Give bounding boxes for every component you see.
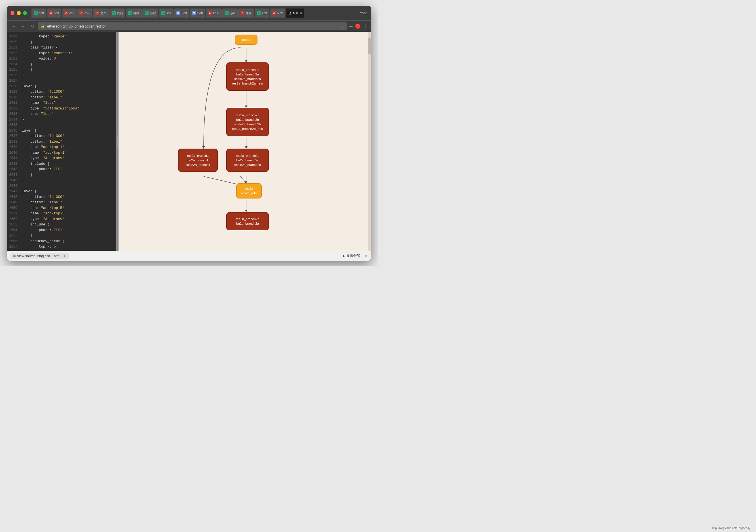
download-icon: ⬇ bbox=[342, 254, 345, 258]
line-num-2644: 2644 bbox=[7, 173, 17, 178]
line-num-2649: 2649 bbox=[7, 200, 17, 206]
tab-neural[interactable]: 🐾 神经 bbox=[126, 9, 142, 17]
code-line-2626: } bbox=[22, 73, 114, 79]
pane-divider[interactable] bbox=[116, 32, 119, 251]
tab-mine[interactable]: 🐾 我的 bbox=[109, 9, 125, 17]
code-line-2631: name: "loss" bbox=[22, 100, 114, 106]
node-res2b-branch2a[interactable]: res2b_branch2a bn2b_branch2a bbox=[226, 212, 269, 230]
tab-softpaw[interactable]: 🐾 soft bbox=[159, 9, 174, 17]
line-num-2632: 2632 bbox=[7, 106, 17, 112]
node-res2a-branch2a[interactable]: res2a_branch2a bn2a_branch2a scale2a_bra… bbox=[226, 63, 269, 91]
code-line-2630: bottom: "label" bbox=[22, 95, 114, 101]
chrome-icon[interactable]: 🔴 bbox=[355, 23, 361, 29]
tab-close-active[interactable]: × bbox=[300, 11, 302, 15]
line-num-2643: 2643 bbox=[7, 167, 17, 173]
node-label-pool1: pool1 bbox=[242, 38, 250, 41]
tab-cross[interactable]: C 交叉 bbox=[93, 9, 109, 17]
bottom-tab-label: view-source_blog.csd....html bbox=[17, 254, 60, 258]
address-text: ethereon.github.io/netscope/#/editor bbox=[47, 24, 338, 28]
download-button[interactable]: ⬇ 显示全部 bbox=[342, 253, 360, 258]
tab-label-neural: 神经 bbox=[133, 11, 140, 15]
tab-jian2[interactable]: 简 Soft bbox=[190, 9, 205, 17]
node-res2a-branch1[interactable]: res2a_branch1 bn2a_branch1 scale2a_branc… bbox=[178, 148, 218, 172]
code-line-2646 bbox=[22, 183, 114, 189]
svg-line-7 bbox=[203, 176, 238, 184]
line-num-2648: 2648 bbox=[7, 195, 17, 200]
node-label-res2b-branch2a-1: res2b_branch2a bbox=[236, 217, 259, 221]
code-line-2623: value: 0 bbox=[22, 56, 114, 62]
back-button[interactable]: ← bbox=[11, 23, 17, 30]
tab-icon-soft2: C bbox=[49, 11, 53, 15]
code-line-2620: } bbox=[22, 40, 114, 45]
tab-label-howto: 如何 bbox=[246, 11, 252, 15]
code-line-2639: top: "acc/top-1" bbox=[22, 145, 114, 150]
line-num-2638: 2638 bbox=[7, 139, 17, 145]
line-num-2631: 2631 bbox=[7, 100, 17, 106]
tab-icon-net: C bbox=[272, 11, 276, 15]
close-button[interactable] bbox=[11, 11, 14, 15]
bottom-tab-dropdown[interactable]: ▼ bbox=[63, 254, 66, 257]
forward-button[interactable]: → bbox=[19, 23, 26, 30]
node-label-res2a-branch1-1: res2a_branch1 bbox=[187, 154, 209, 157]
tab-cs2[interactable]: C cs2: bbox=[77, 9, 93, 17]
node-label-res2a-branch2c-3: scale2a_branch2c bbox=[234, 163, 260, 167]
node-label-res2a-branch2a-2: bn2a_branch2a bbox=[236, 73, 259, 76]
node-label-res2a-branch2c-1: res2a_branch2c bbox=[236, 154, 259, 157]
extensions-button[interactable]: ⬅ bbox=[349, 23, 353, 29]
line-num-2624: 2624 bbox=[7, 62, 17, 67]
node-label-res2a-branch2a-3: scale2a_branch2a bbox=[234, 77, 261, 81]
tab-icon-goc: 🐾 bbox=[225, 11, 229, 15]
scrollbar-track[interactable] bbox=[368, 32, 371, 251]
line-num-2654: 2654 bbox=[7, 228, 17, 233]
bottom-tab-source[interactable]: view-source_blog.csd....html ▼ bbox=[11, 253, 68, 259]
node-res2a-branch2b[interactable]: res2a_branch2b bn2a_branch2b scale2a_bra… bbox=[226, 108, 269, 136]
tab-caff[interactable]: C caff bbox=[62, 9, 77, 17]
bottom-bar-close[interactable]: × bbox=[365, 253, 367, 259]
line-num-2623: 2623 bbox=[7, 56, 17, 62]
tab-active[interactable]: 🗋 N × × bbox=[286, 9, 304, 17]
tab-howto[interactable]: C 如何 bbox=[238, 9, 254, 17]
tab-caff2[interactable]: 🐾 caff bbox=[255, 9, 269, 17]
tab-net[interactable]: C Net: bbox=[270, 9, 285, 17]
code-line-2641: type: "Accuracy" bbox=[22, 156, 114, 161]
svg-marker-3 bbox=[245, 105, 248, 108]
tab-strip: 🐾 soft C soft C caff C cs2: C 交叉 🐾 我的 bbox=[32, 9, 355, 17]
line-num-2630: 2630 bbox=[7, 95, 17, 101]
node-label-res2a-branch2a-1: res2a_branch2a bbox=[236, 68, 259, 71]
tab-goc[interactable]: 🐾 'goc bbox=[222, 9, 238, 17]
tab-conv[interactable]: 🐾 巻积 bbox=[142, 9, 158, 17]
code-content[interactable]: type: "xavier" } bias_filler { type: "co… bbox=[21, 32, 116, 251]
node-pool1[interactable]: pool1 bbox=[235, 35, 257, 45]
maximize-button[interactable] bbox=[23, 11, 27, 15]
tab-icon-neural: 🐾 bbox=[128, 11, 132, 15]
code-line-2633: top: "loss" bbox=[22, 112, 114, 117]
menu-button[interactable]: ⋮ bbox=[363, 23, 367, 29]
tab-icon-jian2: 简 bbox=[192, 11, 196, 15]
tab-label-jian1: Soft bbox=[181, 11, 187, 15]
bookmark-icon[interactable]: ☆ bbox=[340, 24, 344, 29]
browser-window: 🐾 soft C soft C caff C cs2: C 交叉 🐾 我的 bbox=[7, 6, 371, 261]
address-bar[interactable]: 🔒 ethereon.github.io/netscope/#/editor ☆ bbox=[38, 22, 347, 30]
line-num-2652: 2652 bbox=[7, 217, 17, 222]
tab-csd[interactable]: C CSD bbox=[205, 9, 222, 17]
node-res2a-branch2c[interactable]: res2a_branch2c bn2a_branch2c scale2a_bra… bbox=[226, 148, 269, 172]
tab-icon-jian1: 简 bbox=[176, 11, 180, 15]
tab-jian1[interactable]: 简 Soft bbox=[174, 9, 189, 17]
code-line-2629: bottom: "fc1000" bbox=[22, 89, 114, 95]
line-num-2629: 2629 bbox=[7, 89, 17, 95]
tab-soft2[interactable]: C soft bbox=[47, 9, 62, 17]
toolbar-right: ⬅ 🔴 ⋮ bbox=[349, 23, 367, 29]
code-line-2637: bottom: "fc1000" bbox=[22, 134, 114, 139]
scrollbar-thumb[interactable] bbox=[368, 38, 371, 54]
minimize-button[interactable] bbox=[17, 11, 21, 15]
tab-label-caff2: caff bbox=[262, 11, 267, 15]
tab-label-net: Net: bbox=[277, 11, 283, 15]
node-label-res2a-branch2c-2: bn2a_branch2c bbox=[236, 159, 258, 162]
svg-marker-5 bbox=[245, 146, 248, 148]
tab-icon-cross: C bbox=[95, 11, 99, 15]
node-label-res2a: res2a bbox=[245, 187, 253, 190]
tab-soft1[interactable]: 🐾 soft bbox=[32, 9, 46, 17]
refresh-button[interactable]: ↻ bbox=[29, 23, 36, 30]
tab-label-cs2: cs2: bbox=[85, 11, 90, 15]
node-res2a[interactable]: res2a res2a_relu bbox=[236, 183, 262, 199]
